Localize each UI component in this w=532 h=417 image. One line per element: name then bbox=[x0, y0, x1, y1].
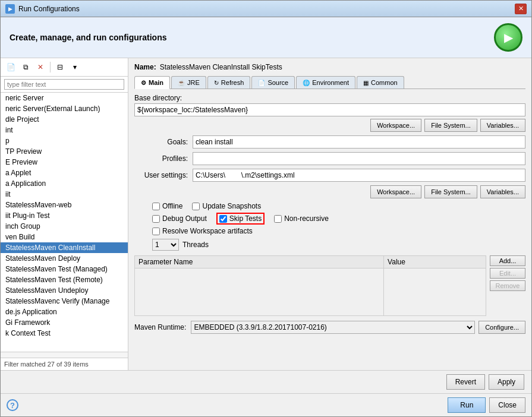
list-item[interactable]: StatelessMaven Undeploy bbox=[1, 285, 128, 296]
list-item[interactable]: iit Plug-in Test bbox=[1, 210, 128, 221]
list-item[interactable]: a Applet bbox=[1, 168, 128, 178]
edit-button[interactable]: Edit... bbox=[490, 268, 525, 279]
list-item[interactable]: TP Preview bbox=[1, 146, 128, 157]
list-item-selected[interactable]: StatelessMaven CleanInstall bbox=[1, 242, 128, 253]
tab-refresh-label: Refresh bbox=[221, 79, 244, 86]
skip-tests-checkbox-item[interactable]: Skip Tests bbox=[219, 214, 262, 223]
list-item[interactable]: E Preview bbox=[1, 157, 128, 168]
workspace-button-1[interactable]: Workspace... bbox=[370, 119, 421, 132]
list-item[interactable]: k Context Test bbox=[1, 328, 128, 339]
configure-button[interactable]: Configure... bbox=[479, 321, 525, 334]
sidebar-horizontal-scrollbar[interactable] bbox=[1, 352, 128, 358]
tab-refresh[interactable]: ↻ Refresh bbox=[207, 76, 251, 89]
window-icon: ▶ bbox=[5, 4, 15, 14]
parameter-table-body bbox=[135, 268, 486, 316]
environment-tab-icon: 🌐 bbox=[303, 80, 310, 86]
list-item[interactable]: int bbox=[1, 125, 128, 135]
threads-select[interactable]: 1 2 4 bbox=[152, 239, 179, 251]
form-section: Base directory: Workspace... File System… bbox=[134, 94, 525, 365]
filesystem-button-2[interactable]: File System... bbox=[424, 185, 477, 198]
resolve-workspace-checkbox[interactable] bbox=[152, 228, 160, 235]
non-recursive-checkbox-item[interactable]: Non-recursive bbox=[274, 214, 329, 223]
user-settings-label: User settings: bbox=[134, 171, 188, 179]
list-item[interactable]: inch Group bbox=[1, 221, 128, 232]
offline-checkbox-item[interactable]: Offline bbox=[152, 202, 182, 210]
runtime-label: Maven Runtime: bbox=[134, 323, 186, 331]
common-tab-icon: ▦ bbox=[363, 80, 369, 86]
checkbox-row-1: Offline Update Snapshots bbox=[134, 202, 525, 210]
tabs-bar: ⚙ Main ☕ JRE ↻ Refresh 📄 Source 🌐 En bbox=[134, 76, 525, 89]
table-buttons: Add... Edit... Remove bbox=[490, 255, 525, 316]
tab-source[interactable]: 📄 Source bbox=[251, 76, 295, 89]
window-header-title: Create, manage, and run configurations bbox=[10, 33, 167, 42]
filter-input[interactable] bbox=[4, 79, 124, 90]
base-dir-btn-row: Workspace... File System... Variables... bbox=[134, 119, 525, 132]
new-config-button[interactable]: 📄 bbox=[4, 61, 17, 74]
runtime-select[interactable]: EMBEDDED (3.3.9/1.8.2.20171007-0216) bbox=[191, 321, 475, 334]
debug-output-checkbox-item[interactable]: Debug Output bbox=[152, 214, 207, 223]
user-settings-input[interactable] bbox=[193, 169, 525, 182]
list-item[interactable]: StatelessMaven-web bbox=[1, 200, 128, 210]
run-header-button[interactable]: ▶ bbox=[494, 23, 522, 52]
expand-config-button[interactable]: ▾ bbox=[68, 61, 81, 74]
profiles-label: Profiles: bbox=[134, 154, 188, 163]
remove-button[interactable]: Remove bbox=[490, 280, 525, 291]
sidebar: 📄 ⧉ ✕ ⊟ ▾ neric Server neric Server(Exte… bbox=[1, 58, 128, 370]
list-item[interactable]: neric Server bbox=[1, 93, 128, 103]
delete-config-button[interactable]: ✕ bbox=[34, 61, 47, 74]
base-directory-label: Base directory: bbox=[134, 94, 525, 102]
list-item[interactable]: StatelessMaven Test (Managed) bbox=[1, 264, 128, 274]
tab-common[interactable]: ▦ Common bbox=[357, 76, 404, 89]
sidebar-filter-area bbox=[1, 77, 128, 93]
list-item[interactable]: ven Build bbox=[1, 232, 128, 242]
skip-tests-checkbox[interactable] bbox=[219, 215, 227, 223]
list-item[interactable]: a Application bbox=[1, 178, 128, 189]
filesystem-button-1[interactable]: File System... bbox=[424, 119, 477, 132]
checkbox-row-2: Debug Output Skip Tests Non-recursive bbox=[134, 213, 525, 225]
apply-button[interactable]: Apply bbox=[489, 374, 524, 390]
revert-apply-row: Revert Apply bbox=[1, 370, 531, 393]
goals-input[interactable] bbox=[193, 135, 525, 149]
list-item[interactable]: iit bbox=[1, 189, 128, 200]
tab-jre[interactable]: ☕ JRE bbox=[171, 76, 206, 89]
base-directory-input[interactable] bbox=[134, 103, 525, 116]
list-item[interactable]: de.js Application bbox=[1, 307, 128, 317]
variables-button-2[interactable]: Variables... bbox=[480, 185, 525, 198]
checkboxes-section: Offline Update Snapshots Debug Output bbox=[134, 202, 525, 235]
user-settings-row: User settings: bbox=[134, 169, 525, 182]
update-snapshots-checkbox-item[interactable]: Update Snapshots bbox=[192, 202, 261, 210]
list-item[interactable]: StatelessMaven Test (Remote) bbox=[1, 274, 128, 285]
help-button[interactable]: ? bbox=[7, 399, 18, 411]
resolve-workspace-checkbox-item[interactable]: Resolve Workspace artifacts bbox=[152, 227, 253, 235]
table-row-empty bbox=[135, 268, 486, 316]
tab-environment[interactable]: 🌐 Environment bbox=[296, 76, 355, 89]
main-tab-icon: ⚙ bbox=[141, 80, 146, 86]
sidebar-toolbar: 📄 ⧉ ✕ ⊟ ▾ bbox=[1, 58, 128, 77]
list-item[interactable]: dle Project bbox=[1, 114, 128, 125]
profiles-input[interactable] bbox=[193, 152, 525, 165]
update-snapshots-checkbox[interactable] bbox=[192, 203, 200, 210]
tab-main[interactable]: ⚙ Main bbox=[134, 76, 170, 89]
non-recursive-checkbox[interactable] bbox=[274, 215, 282, 223]
list-item[interactable]: StatelessMaven Deploy bbox=[1, 253, 128, 264]
close-button[interactable]: Close bbox=[489, 397, 525, 413]
debug-output-label: Debug Output bbox=[162, 214, 207, 223]
source-tab-icon: 📄 bbox=[258, 80, 265, 86]
list-item[interactable]: p bbox=[1, 135, 128, 146]
list-item[interactable]: Gi Framework bbox=[1, 317, 128, 328]
run-configurations-window: ▶ Run Configurations ✕ Create, manage, a… bbox=[0, 0, 532, 417]
duplicate-config-button[interactable]: ⧉ bbox=[19, 61, 32, 74]
update-snapshots-label: Update Snapshots bbox=[202, 202, 261, 210]
add-button[interactable]: Add... bbox=[490, 255, 525, 266]
revert-button[interactable]: Revert bbox=[446, 374, 485, 390]
list-item[interactable]: StatelessMavenc Verify (Manage bbox=[1, 296, 128, 307]
window-close-button[interactable]: ✕ bbox=[515, 4, 527, 14]
variables-button-1[interactable]: Variables... bbox=[480, 119, 525, 132]
offline-checkbox[interactable] bbox=[152, 203, 160, 210]
workspace-button-2[interactable]: Workspace... bbox=[370, 185, 421, 198]
name-row: Name: StatelessMaven CleanInstall SkipTe… bbox=[134, 63, 525, 71]
list-item[interactable]: neric Server(External Launch) bbox=[1, 103, 128, 114]
collapse-config-button[interactable]: ⊟ bbox=[53, 61, 67, 74]
run-button[interactable]: Run bbox=[448, 397, 486, 413]
debug-output-checkbox[interactable] bbox=[152, 215, 160, 223]
